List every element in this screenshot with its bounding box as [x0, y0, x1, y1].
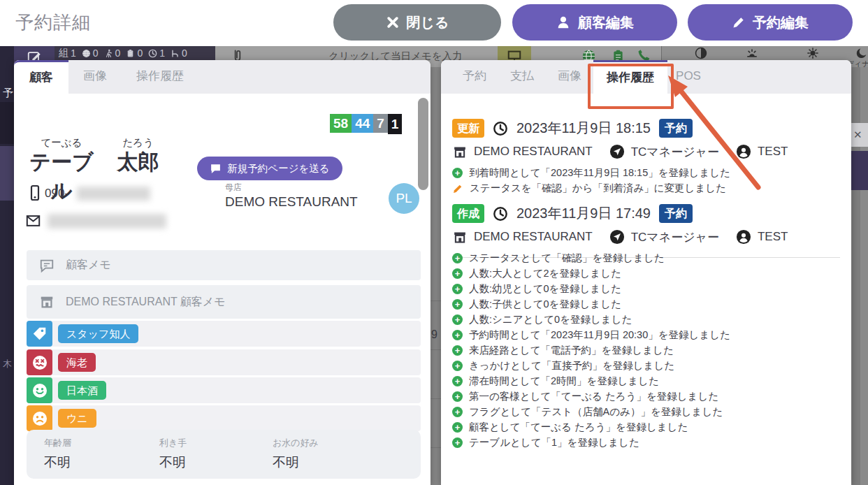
history-line-text: ステータスとして「確認」を登録しました — [469, 252, 665, 265]
user-circle-icon — [736, 144, 751, 159]
stats-table-value: 0 — [182, 48, 187, 59]
phone-number-prefix: 090- — [45, 187, 68, 201]
grid-line — [431, 301, 441, 301]
parent-store-name: DEMO RESTAURANT — [225, 194, 358, 210]
storefront-icon — [39, 294, 55, 310]
customer-edit-button[interactable]: 顧客編集 — [512, 4, 677, 41]
walk-in-icon — [104, 49, 113, 58]
stats-group-value: 1 — [71, 48, 76, 59]
history-line: 人数:幼児として0を登録しました — [452, 284, 841, 294]
action-badge: 更新 — [452, 119, 484, 138]
action-badge: 作成 — [452, 204, 484, 223]
history-line: 来店経路として「電話予約」を登録しました — [452, 345, 841, 356]
tab-pos[interactable]: POS — [667, 60, 709, 94]
history-line-text: 来店経路として「電話予約」を登録しました — [469, 344, 674, 357]
dislikes-row: ウニ — [27, 405, 421, 431]
attribute-hand: 利き手 不明 — [159, 437, 187, 472]
background-close-box: ✕ — [851, 123, 868, 147]
stats-row-groups: 組1 0 0 0 1 0 — [55, 46, 215, 59]
visit-badge-gray: 7 — [373, 114, 388, 133]
clock-icon — [493, 121, 508, 136]
history-entry: 作成 2023年11月9日 17:49 予約 DEMO RESTAURANT T… — [452, 204, 841, 448]
stats-web-value: 0 — [93, 48, 99, 59]
likes-pill[interactable]: 日本酒 — [58, 381, 106, 400]
history-line-text: テーブルとして「1」を登録しました — [469, 436, 639, 449]
plus-icon — [452, 253, 463, 263]
tag-pill[interactable]: スタッフ知人 — [58, 324, 138, 343]
allergy-face-wrap — [31, 354, 48, 371]
modal-header: 予約詳細 閉じる 顧客編集 予約編集 — [0, 0, 868, 46]
navigation-icon — [609, 144, 625, 159]
history-line: テーブルとして「1」を登録しました — [452, 437, 841, 448]
entry-datetime: 2023年11月9日 17:49 — [516, 204, 651, 223]
entry-meta: DEMO RESTAURANT TCマネージャー TEST — [452, 143, 841, 160]
entry-lines: 到着時間として「2023年11月9日 18:15」を登録しました ステータスを「… — [452, 168, 841, 194]
history-panel: 予約 支払 画像 操作履歴 POS 更新 2023年11月9日 18:15 予約… — [441, 60, 851, 485]
entry-lines: ステータスとして「確認」を登録しました 人数:大人として2を登録しました 人数:… — [452, 253, 841, 448]
history-line-text: 人数:子供として0を登録しました — [469, 298, 621, 311]
tab-history[interactable]: 操作履歴 — [122, 60, 198, 94]
frown-face-wrap — [31, 410, 48, 427]
entry-user: TEST — [758, 230, 788, 244]
history-line-text: 人数:大人として2を登録しました — [469, 267, 621, 280]
entry-store: DEMO RESTAURANT — [474, 230, 593, 244]
navigation-icon — [609, 229, 625, 245]
dislikes-pill[interactable]: ウニ — [58, 409, 96, 428]
customer-first-name: 太郎 — [108, 148, 168, 177]
storefront-icon — [452, 230, 468, 245]
attribute-label: 年齢層 — [44, 437, 71, 449]
stats-walkin-value: 0 — [115, 48, 121, 59]
plus-icon — [452, 407, 463, 417]
plus-icon — [452, 422, 463, 433]
history-line-text: 第一の客様として「てーぶる たろう」を登録しました — [469, 390, 718, 403]
pencil-icon — [452, 183, 463, 194]
plus-icon — [452, 391, 463, 402]
chat-outline-icon — [39, 258, 55, 273]
tab-reservation[interactable]: 予約 — [451, 60, 498, 94]
clock-icon — [148, 49, 157, 58]
background-gap: 9 — [431, 67, 441, 485]
attribute-value: 不明 — [159, 454, 187, 472]
parent-store-label: 母店 — [225, 182, 242, 194]
history-line: ステータスとして「確認」を登録しました — [452, 253, 841, 263]
tab-payment[interactable]: 支払 — [498, 60, 546, 94]
person-icon — [556, 15, 571, 30]
smile-face-wrap — [31, 382, 48, 399]
background-sidebar: 予 木 — [0, 46, 14, 485]
entry-operator: TCマネージャー — [631, 144, 719, 160]
history-line-text: フラグとして「テスト（店舗Aのみ）」を登録しました — [469, 405, 723, 419]
page-title: 予約詳細 — [15, 10, 91, 35]
attribute-label: お水の好み — [273, 437, 319, 449]
send-booking-page-button[interactable]: 新規予約ページを送る — [197, 157, 342, 180]
history-line-text: きっかけとして「直接予約」を登録しました — [469, 359, 674, 372]
close-button[interactable]: 閉じる — [333, 4, 501, 41]
reservation-edit-button[interactable]: 予約編集 — [688, 4, 853, 41]
history-line-text: 人数:シニアとして0を登録しました — [469, 313, 632, 326]
tag-row: スタッフ知人 — [27, 321, 421, 347]
attribute-value: 不明 — [273, 454, 319, 472]
allergy-category-square — [27, 349, 52, 375]
customer-memo-field[interactable]: 顧客メモ — [27, 250, 421, 280]
attribute-age: 年齢層 不明 — [44, 437, 71, 472]
history-line-text: 到着時間として「2023年11月9日 18:15」を登録しました — [469, 166, 730, 180]
attribute-water: お水の好み 不明 — [273, 437, 319, 472]
history-line-text: 滞在時間として「2時間」を登録しました — [469, 375, 659, 388]
moon-icon — [855, 47, 868, 59]
globe-icon — [82, 49, 91, 58]
tab-customer[interactable]: 顧客 — [14, 60, 68, 94]
tab-images[interactable]: 画像 — [546, 60, 593, 94]
allergy-row: 海老 — [27, 349, 421, 375]
store-memo-field[interactable]: DEMO RESTAURANT 顧客メモ — [27, 285, 421, 319]
allergy-pill[interactable]: 海老 — [58, 353, 96, 372]
close-icon — [386, 15, 400, 29]
background-right-edge: ✕ — [851, 67, 868, 485]
plus-icon — [452, 168, 463, 178]
tag-icon — [32, 326, 47, 341]
history-line-text: 顧客として「てーぶる たろう」を登録しました — [469, 421, 688, 434]
attribute-label: 利き手 — [159, 437, 187, 449]
plus-icon — [452, 314, 463, 325]
reservation-edit-label: 予約編集 — [753, 13, 809, 32]
plus-icon — [452, 299, 463, 310]
customer-panel-scrollbar[interactable] — [418, 98, 428, 190]
tab-images[interactable]: 画像 — [68, 60, 122, 94]
